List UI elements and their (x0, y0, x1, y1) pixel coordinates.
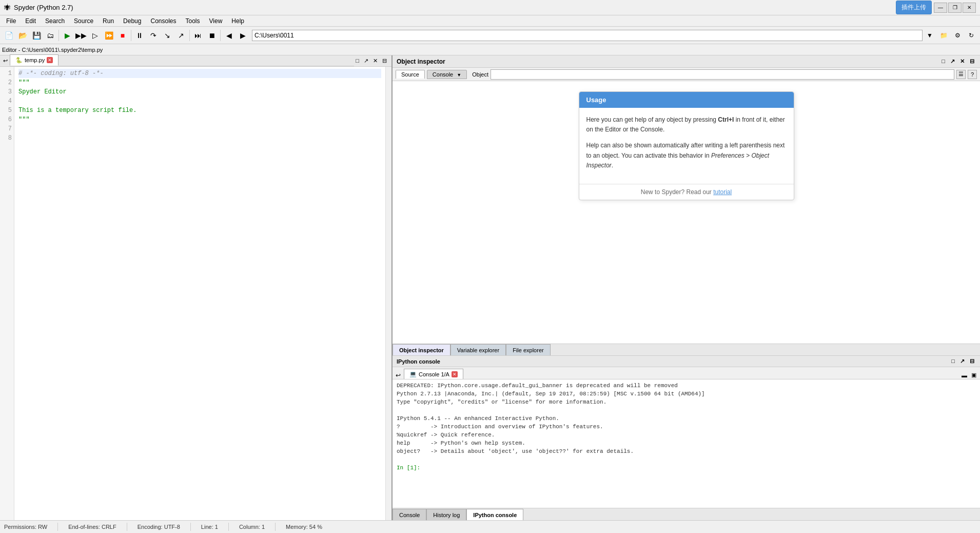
code-editor[interactable]: 1 2 3 4 5 6 7 8 # -*- coding: utf-8 -*- … (0, 67, 391, 520)
menu-edit[interactable]: Edit (21, 16, 40, 26)
inspector-options-btn[interactable]: ☰ (956, 70, 966, 79)
editor-maximize-icon[interactable]: □ (354, 57, 361, 65)
console-line-9: object? -> Details about 'object', use '… (397, 447, 976, 455)
bottom-tab-file-explorer[interactable]: File explorer (506, 344, 551, 355)
path-dropdown-button[interactable]: ▼ (923, 29, 936, 42)
usage-header: Usage (579, 92, 794, 108)
menu-consoles[interactable]: Consoles (146, 16, 180, 26)
tutorial-link[interactable]: tutorial (713, 188, 732, 196)
object-input[interactable] (491, 69, 954, 80)
menu-debug[interactable]: Debug (119, 16, 145, 26)
inspector-maximize-icon[interactable]: □ (940, 58, 947, 65)
save-all-button[interactable]: 🗂 (44, 29, 57, 42)
step-button[interactable]: ↷ (147, 29, 160, 42)
path-input[interactable] (252, 30, 923, 41)
run-button[interactable]: ▶ (61, 29, 74, 42)
run-cell-button[interactable]: ⏩ (102, 29, 115, 42)
usage-body: Here you can get help of any object by p… (579, 108, 794, 184)
menu-file[interactable]: File (2, 16, 20, 26)
console-tab-close[interactable]: ✕ (452, 371, 458, 377)
save-button[interactable]: 💾 (30, 29, 43, 42)
menu-view[interactable]: View (205, 16, 227, 26)
console-tab-icon: 💻 (409, 371, 417, 377)
editor-icon: ↩ (3, 58, 8, 64)
code-line-1: # -*- coding: utf-8 -*- (18, 69, 381, 78)
menu-tools[interactable]: Tools (182, 16, 204, 26)
bottom-tab-object-inspector[interactable]: Object inspector (393, 344, 450, 355)
console-back-icon[interactable]: ↩ (393, 372, 404, 379)
menu-help[interactable]: Help (227, 16, 248, 26)
run-selection-button[interactable]: ▷ (88, 29, 102, 42)
line-num-6: 6 (0, 115, 12, 124)
special-button[interactable]: 插件上传 (896, 1, 932, 14)
cbottom-tab-history[interactable]: History log (426, 509, 466, 520)
inspector-help-btn[interactable]: ? (968, 70, 977, 79)
console-line-2: Python 2.7.13 |Anaconda, Inc.| (default,… (397, 390, 976, 398)
oi-tab-source[interactable]: Source (396, 70, 425, 79)
status-line-endings: End-of-lines: CRLF (68, 524, 116, 530)
nav-left-button[interactable]: ◀ (222, 29, 236, 42)
panel-header-icons: □ ↗ ✕ ⊟ (940, 58, 976, 65)
minimize-button[interactable]: — (934, 3, 947, 13)
console-hide-icon[interactable]: ⊟ (968, 357, 976, 365)
object-inspector-bottom-tabs: Object inspector Variable explorer File … (393, 344, 980, 356)
inspector-hide-icon[interactable]: ⊟ (968, 58, 976, 65)
code-line-6: """ (18, 115, 381, 124)
menu-source[interactable]: Source (70, 16, 97, 26)
cbottom-tab-console[interactable]: Console (393, 509, 426, 520)
debug-button[interactable]: ⏸ (133, 29, 146, 42)
path-options-button[interactable]: ⚙ (951, 29, 964, 42)
close-button[interactable]: ✕ (963, 3, 976, 13)
window-controls: — ❐ ✕ (934, 3, 976, 13)
menu-run[interactable]: Run (99, 16, 118, 26)
console-pane-icon2[interactable]: ▣ (970, 371, 978, 379)
editor-path: Editor - C:\Users\0011\.spyder2\temp.py (2, 47, 103, 53)
console-pane-icon1[interactable]: ▬ (960, 372, 969, 379)
line-num-3: 3 (0, 87, 12, 97)
cbottom-tab-ipython[interactable]: IPython console (466, 509, 523, 520)
editor-close-icon[interactable]: ✕ (371, 57, 379, 65)
step-into-button[interactable]: ↘ (161, 29, 174, 42)
continue-button[interactable]: ⏭ (191, 29, 205, 42)
step-out-button[interactable]: ↗ (174, 29, 188, 42)
path-browse-button[interactable]: 📁 (937, 29, 950, 42)
editor-tab-temp-py[interactable]: 🐍 temp.py ✕ (10, 54, 58, 66)
code-line-5: This is a temporary script file. (18, 106, 381, 115)
line-num-2: 2 (0, 78, 12, 87)
status-memory: Memory: 54 % (286, 524, 322, 530)
menu-search[interactable]: Search (41, 16, 69, 26)
stop-debug-button[interactable]: ⏹ (205, 29, 219, 42)
inspector-close-icon[interactable]: ✕ (958, 58, 966, 65)
tab-close-button[interactable]: ✕ (47, 57, 53, 63)
open-file-button[interactable]: 📂 (16, 29, 29, 42)
oi-tab-console[interactable]: Console ▼ (427, 70, 467, 79)
path-refresh-button[interactable]: ↻ (965, 29, 978, 42)
editor-vscroll[interactable] (385, 67, 391, 520)
stop-button[interactable]: ■ (116, 29, 129, 42)
toolbar: 📄 📂 💾 🗂 ▶ ▶▶ ▷ ⏩ ■ ⏸ ↷ ↘ ↗ ⏭ ⏹ ◀ ▶ ▼ 📁 ⚙… (0, 27, 980, 44)
line-num-4: 4 (0, 97, 12, 106)
line-num-7: 7 (0, 124, 12, 134)
editor-hide-icon[interactable]: ⊟ (381, 57, 388, 65)
editor-float-icon[interactable]: ↗ (362, 57, 370, 65)
line-numbers: 1 2 3 4 5 6 7 8 (0, 67, 14, 520)
usage-footer: New to Spyder? Read our tutorial (579, 184, 794, 200)
code-content[interactable]: # -*- coding: utf-8 -*- """ Spyder Edito… (14, 67, 385, 520)
inspector-float-icon[interactable]: ↗ (949, 58, 956, 65)
status-col: Column: 1 (239, 524, 265, 530)
editor-header: ↩ 🐍 temp.py ✕ □ ↗ ✕ ⊟ (0, 55, 391, 67)
nav-right-button[interactable]: ▶ (236, 29, 249, 42)
console-line-6: ? -> Introduction and overview of IPytho… (397, 423, 976, 431)
console-maximize-icon[interactable]: □ (950, 357, 956, 365)
console-float-icon[interactable]: ↗ (958, 357, 966, 365)
console-dropdown-icon[interactable]: ▼ (457, 72, 461, 78)
restore-button[interactable]: ❐ (948, 3, 962, 13)
run-file-button[interactable]: ▶▶ (74, 29, 88, 42)
console-tab-1[interactable]: 💻 Console 1/A ✕ (404, 369, 463, 379)
new-file-button[interactable]: 📄 (2, 29, 15, 42)
console-prompt-line[interactable]: In [1]: (397, 464, 976, 472)
title-text: Spyder (Python 2.7) (14, 4, 73, 11)
console-header-title: IPython console (397, 358, 440, 365)
bottom-tab-variable-explorer[interactable]: Variable explorer (450, 344, 506, 355)
object-inspector-header: Object inspector □ ↗ ✕ ⊟ (393, 55, 980, 68)
